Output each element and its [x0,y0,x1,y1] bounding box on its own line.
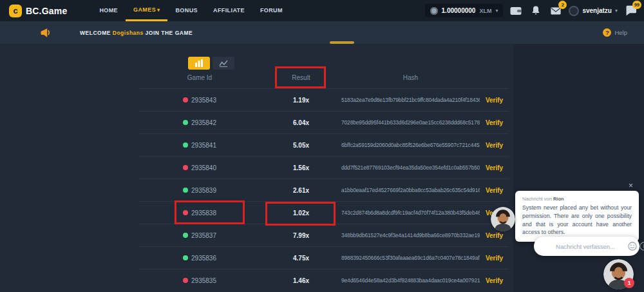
welcome-username: Dogishans [113,30,144,36]
chevron-down-icon: ▾ [495,8,498,14]
table-row: 2935836 4.75x 8988392450666c53f30afaaaea… [138,246,509,269]
verify-button[interactable]: Verify [480,187,509,194]
user-menu[interactable]: svenjatzu ▾ [569,6,618,16]
game-id: 2935836 [191,255,216,262]
table-row: 2935835 1.46x 9e4d6546d4e58a42d3b4f92488… [138,269,509,291]
help-link[interactable]: ? Help [603,28,627,37]
annotation-box-result-header [275,66,326,88]
bar-chart-icon [194,59,204,67]
header-right: 1.00000000 XLM ▾ [425,4,638,17]
game-history-table: Game Id Result Hash 2935843 1.19x 5183a2… [138,66,509,291]
welcome-prefix: WELCOME [80,30,111,36]
chat-from-label: Nachricht von [522,196,552,202]
top-header: c BC.Game HOME GAMES▾ BONUS AFFILIATE FO… [0,0,644,21]
result-value: 6.04x [261,119,341,126]
hash-value: 6bffc2a59159d2060d0abc85f526e6be676e5590… [341,142,480,148]
result-value: 4.75x [261,255,341,262]
nav-bonus[interactable]: BONUS [167,0,205,21]
question-mark-icon: ? [603,28,611,37]
status-dot [183,165,188,170]
coin-icon [430,7,438,15]
chat-input[interactable] [543,243,628,250]
help-label: Help [614,29,627,36]
active-tab-indicator [330,41,354,44]
emoji-icon[interactable] [628,242,637,251]
status-dot [183,97,188,102]
hash-value: 7028be95dd95f441b633d6d296e0ae15cc6238dd… [341,119,480,126]
table-row: 2935840 1.56x ddd7f521e87769103ecf94ea35… [138,156,509,179]
result-value: 2.61x [261,187,341,194]
game-id: 2935842 [191,119,216,126]
hash-value: 9e4d6546d4e58a42d3b4f924883baa4daac019ce… [341,277,480,284]
table-row: 2935842 6.04x 7028be95dd95f441b633d6d296… [138,111,509,133]
chat-input-bar [534,237,639,256]
verify-button[interactable]: Verify [480,232,509,239]
hash-value: 5183a2ea7e9d8e13fb79bbf21bc9ffc804dada4a… [341,97,480,103]
game-id: 2935841 [191,142,216,149]
game-id: 2935837 [191,232,216,239]
verify-button[interactable]: Verify [480,119,509,126]
annotation-box-game-id [175,200,245,224]
result-value: 7.99x [261,232,341,239]
messages-badge: 2 [558,1,567,9]
chat-sender-avatar [491,207,515,231]
nav-games[interactable]: GAMES▾ [126,0,167,21]
history-view-toggle [188,57,234,70]
column-header-game-id: Game Id [138,74,261,81]
hash-value: 348bb9db61527e4c9f3e4a1414d9b8ba66ce8970… [341,232,480,238]
all-bets-view-button[interactable] [188,57,210,70]
trend-view-button[interactable] [213,57,234,70]
hash-value: 743c2d874b6d8a8dcdf9fc19acf4d70f74f12a38… [341,209,480,216]
main-nav: HOME GAMES▾ BONUS AFFILIATE FORUM [91,0,290,21]
chat-message-text: System never placed any bet without your… [522,204,632,237]
verify-button[interactable]: Verify [480,142,509,149]
welcome-suffix: JOIN THE GAME [146,30,193,36]
result-value: 1.46x [261,277,341,284]
annotation-box-result-value [265,202,336,226]
game-id: 2935839 [191,187,216,194]
page: c BC.Game HOME GAMES▾ BONUS AFFILIATE FO… [0,0,644,292]
nav-home[interactable]: HOME [91,0,126,21]
nav-affiliate[interactable]: AFFILIATE [205,0,252,21]
hash-value: 8988392450666c53f30afaaaea69c1d6a7c0407e… [341,255,480,261]
trend-line-icon [219,60,228,67]
status-dot [183,255,188,260]
status-dot [183,142,188,148]
table-row: 2935837 7.99x 348bb9db61527e4c9f3e4a1414… [138,224,509,246]
chat-message-card: Nachricht von Rion System never placed a… [515,191,639,242]
chat-toggle-button[interactable]: 99 [623,5,638,17]
balance-selector[interactable]: 1.00000000 XLM ▾ [425,4,504,17]
messages-button[interactable]: 2 [549,5,563,17]
hash-value: a1bb0eaaf17ed4527669f2a0bba8cc53abab26c6… [341,187,480,193]
chat-sender: Rion [553,196,564,202]
verify-button[interactable]: Verify [480,277,509,284]
chat-from: Nachricht von Rion [522,196,632,202]
result-value: 5.05x [261,142,341,149]
nav-forum[interactable]: FORUM [252,0,290,21]
result-value: 1.19x [261,97,341,104]
game-id: 2935840 [191,164,216,171]
chat-badge: 99 [632,1,641,9]
logo-text: BC.Game [26,6,67,16]
verify-button[interactable]: Verify [480,97,509,104]
game-id: 2935835 [191,277,216,284]
close-icon[interactable]: × [629,182,633,190]
currency-label: XLM [479,8,491,14]
bcgame-logo[interactable]: c BC.Game [9,5,67,17]
verify-button[interactable]: Verify [480,255,509,262]
status-dot [183,120,188,125]
chevron-down-icon: ▾ [157,7,160,13]
user-avatar [569,6,579,16]
table-row: 2935843 1.19x 5183a2ea7e9d8e13fb79bbf21b… [138,88,509,111]
chevron-down-icon: ▾ [615,8,618,14]
wallet-button[interactable] [509,5,523,17]
nav-games-label: GAMES [133,6,156,13]
chat-unread-badge: 1 [624,278,634,288]
welcome-bar: WELCOME Dogishans JOIN THE GAME ? Help [0,21,644,44]
verify-button[interactable]: Verify [480,164,509,171]
info-icon[interactable] [639,242,644,251]
hash-value: ddd7f521e87769103ecf94ea35da50ee354efd1c… [341,164,480,171]
column-header-hash: Hash [341,74,480,81]
megaphone-icon [40,28,52,38]
notifications-button[interactable] [529,5,543,17]
